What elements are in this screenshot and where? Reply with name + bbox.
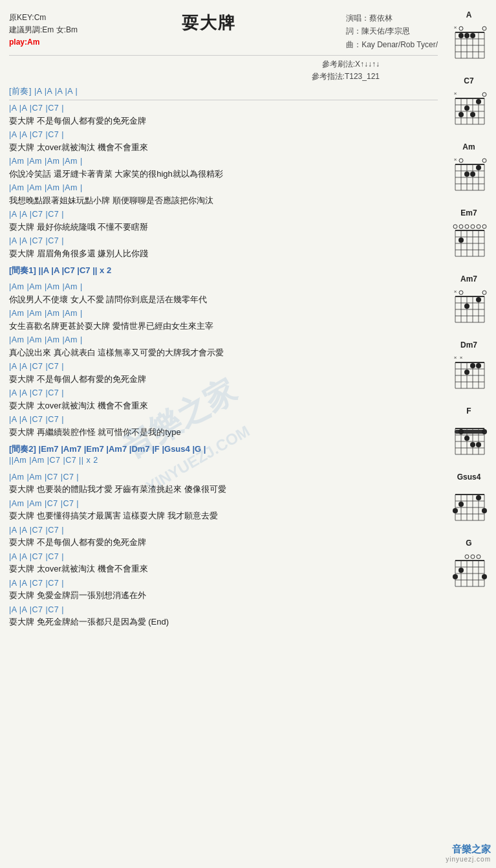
- svg-point-83: [464, 304, 469, 309]
- song-block: |A |A |C7 |C7 |耍大牌 不是每個人都有愛的免死金牌: [9, 103, 438, 127]
- lyric-line: 你說男人不使壞 女人不愛 請問你到底是活在幾零年代: [9, 293, 438, 306]
- svg-point-30: [458, 112, 464, 117]
- chord-svg: [449, 549, 489, 595]
- intro-block: [前奏] |A |A |A |A |: [9, 86, 438, 98]
- lyric-line: 耍大牌 不是每個人都有愛的免死金牌: [9, 115, 438, 128]
- lyric-line: 耍大牌 太over就被淘汰 機會不會重來: [9, 141, 438, 154]
- chord-name-label: Gsus4: [446, 473, 492, 482]
- song-block: |Am |Am |C7 |C7 |耍大牌 也要懂得搞笑才最厲害 這樣耍大牌 我才…: [9, 498, 438, 522]
- svg-point-84: [476, 297, 481, 302]
- svg-point-130: [453, 508, 458, 513]
- svg-point-32: [470, 112, 475, 117]
- lyric-line: 耍大牌 也要裝的體貼我才愛 牙齒有菜渣挑起來 傻像很可愛: [9, 483, 438, 496]
- svg-point-114: [464, 436, 469, 441]
- chord-diagram: A×: [446, 10, 492, 67]
- song-block: |A |A |C7 |C7 |耍大牌 太over就被淘汰 機會不會重來: [9, 551, 438, 575]
- song-block: |Am |Am |Am |Am |你說男人不使壞 女人不愛 請問你到底是活在幾零…: [9, 282, 438, 306]
- chord-line: |A |A |C7 |C7 |: [9, 209, 438, 221]
- singer: 演唱：蔡依林: [346, 12, 438, 25]
- chord-svg: [449, 483, 489, 529]
- chord-diagram: F1: [446, 406, 492, 463]
- chord-svg: 1: [449, 417, 489, 463]
- song-block: |A |A |C7 |C7 |耍大牌 不是每個人都有愛的免死金牌: [9, 525, 438, 549]
- chord-line: |Am |Am |Am |Am |: [9, 156, 438, 168]
- chord-line: |Am |Am |Am |Am |: [9, 183, 438, 194]
- song-block: [間奏1] ||A |A |C7 |C7 || x 2: [9, 265, 438, 276]
- chord-diagram: Am×: [446, 142, 492, 199]
- svg-point-49: [470, 172, 475, 177]
- svg-text:×: ×: [460, 355, 463, 361]
- svg-point-64: [465, 225, 469, 228]
- svg-point-14: [458, 33, 464, 38]
- header-right: 演唱：蔡依林 詞：陳天佑/李宗恩 曲：Kay Denar/Rob Tycer/: [340, 12, 438, 51]
- chord-line: |A |A |C7 |C7 |: [9, 129, 438, 141]
- song-block: [間奏2] |Em7 |Am7 |Em7 |Am7 |Dm7 |F |Gsus4…: [9, 443, 438, 467]
- chord-line: |Am |Am |C7 |C7 |: [9, 472, 438, 484]
- svg-point-13: [482, 27, 486, 30]
- chord-line: |A |A |C7 |C7 |: [9, 525, 438, 537]
- svg-point-29: [482, 93, 486, 96]
- svg-point-115: [470, 442, 475, 447]
- song-block: |Am |Am |Am |Am |我想晚點跟著姐妹玩點小牌 順便聊聊是否應該把你…: [9, 183, 438, 206]
- svg-point-67: [482, 225, 486, 228]
- svg-point-82: [482, 291, 486, 295]
- sections-container: |A |A |C7 |C7 |耍大牌 不是每個人都有愛的免死金牌 |A |A |…: [9, 103, 438, 629]
- lyricist: 詞：陳天佑/李宗恩: [346, 25, 438, 38]
- song-block: |Am |Am |C7 |C7 |耍大牌 也要裝的體貼我才愛 牙齒有菜渣挑起來 …: [9, 472, 438, 496]
- sidebar: A×C7×Am×Em7Am7×Dm7××F1Gsus4G: [444, 6, 496, 636]
- svg-point-149: [458, 568, 464, 573]
- svg-point-116: [476, 442, 481, 447]
- chord-diagram: G: [446, 539, 492, 595]
- chord-line: |Am |Am |Am |Am |: [9, 308, 438, 320]
- chord-diagram: C7×: [446, 76, 492, 133]
- svg-text:×: ×: [454, 157, 457, 162]
- lyric-line: 耍大牌 不是每個人都有愛的免死金牌: [9, 373, 438, 386]
- chord-svg: ××: [449, 351, 489, 397]
- chord-name-label: C7: [446, 76, 492, 85]
- play-key: play:Am: [9, 36, 78, 49]
- chord-line: |A |A |C7 |C7 |: [9, 361, 438, 373]
- svg-point-62: [453, 225, 457, 228]
- reference-section: 參考刷法:X↑↓↓↑↓ 參考指法:T123_121: [9, 58, 438, 83]
- svg-point-150: [482, 574, 487, 579]
- chord-svg: ×: [449, 285, 489, 331]
- chord-line: |A |A |C7 |C7 |: [9, 414, 438, 426]
- song-title: 耍大牌: [78, 12, 340, 34]
- chord-name-label: F: [446, 406, 492, 416]
- chord-svg: ×: [449, 87, 489, 133]
- lyric-line: 我想晚點跟著姐妹玩點小牌 順便聊聊是否應該把你淘汰: [9, 194, 438, 207]
- finger-pattern: 參考指法:T123_121: [9, 71, 380, 83]
- svg-point-133: [482, 508, 487, 513]
- svg-point-63: [459, 225, 463, 228]
- lyric-line: 你說冷笑話 還牙縫卡著青菜 大家笑的很high就以為很精彩: [9, 168, 438, 181]
- lyric-line: 耍大牌 免愛金牌罰一張別想消遙在外: [9, 589, 438, 602]
- song-block: |A |A |C7 |C7 |耍大牌 最好你統統隆哦 不懂不要瞎掰: [9, 209, 438, 233]
- song-block: |Am |Am |Am |Am |你說冷笑話 還牙縫卡著青菜 大家笑的很high…: [9, 156, 438, 180]
- chord-name-label: Am7: [446, 274, 492, 284]
- chord-svg: [449, 219, 489, 265]
- svg-text:×: ×: [454, 91, 457, 96]
- svg-point-99: [470, 363, 475, 368]
- chord-diagram: Em7: [446, 208, 492, 265]
- intro-line: [前奏] |A |A |A |A |: [9, 86, 438, 98]
- header-left: 原KEY:Cm 建議男調:Em 女:Bm play:Am: [9, 12, 78, 51]
- svg-point-46: [459, 159, 463, 162]
- chord-line: |A |A |C7 |C7 |: [9, 578, 438, 590]
- song-block: |Am |Am |Am |Am |女生喜歡名牌更甚於耍大牌 愛情世界已經由女生來…: [9, 308, 438, 332]
- svg-point-100: [476, 363, 481, 368]
- lyric-line: 耍大牌 最好你統統隆哦 不懂不要瞎掰: [9, 221, 438, 234]
- chord-line: |A |A |C7 |C7 |: [9, 605, 438, 616]
- chord-name-label: Dm7: [446, 340, 492, 350]
- chord-svg: ×: [449, 21, 489, 67]
- svg-point-81: [459, 291, 463, 295]
- chord-line: |A |A |C7 |C7 |: [9, 103, 438, 115]
- svg-point-98: [464, 370, 469, 375]
- chord-name-label: A: [446, 10, 492, 19]
- chord-line: |Am |Am |Am |Am |: [9, 335, 438, 346]
- chord-diagram: Gsus4: [446, 473, 492, 529]
- chord-name-label: Am: [446, 142, 492, 151]
- song-block: |A |A |C7 |C7 |耍大牌 太over就被淘汰 機會不會重來: [9, 129, 438, 153]
- svg-point-15: [464, 33, 469, 38]
- header: 原KEY:Cm 建議男調:Em 女:Bm play:Am 耍大牌 演唱：蔡依林 …: [9, 12, 438, 51]
- chord-diagram: Am7×: [446, 274, 492, 331]
